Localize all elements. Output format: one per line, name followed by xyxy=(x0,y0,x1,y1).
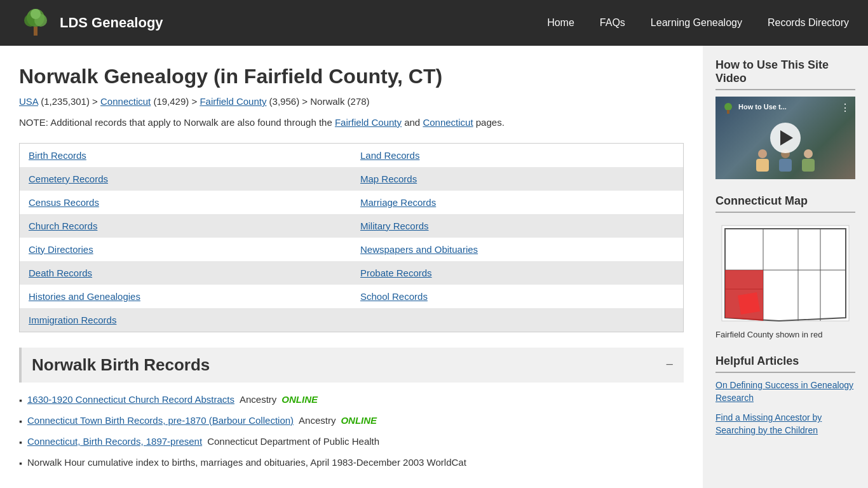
video-tree-icon xyxy=(721,102,736,117)
link-birth-records-1897[interactable]: Connecticut, Birth Records, 1897-present xyxy=(27,435,202,449)
link-church-abstracts[interactable]: 1630-1920 Connecticut Church Record Abst… xyxy=(27,393,234,407)
video-heading: How to Use This Site Video xyxy=(715,58,855,90)
map-section: Connecticut Map xyxy=(715,194,855,339)
map-container: Fairfield County shown in red xyxy=(715,219,855,339)
list-item: Norwalk Hour cumulative index to births,… xyxy=(19,456,684,470)
link-birth-records[interactable]: Birth Records xyxy=(29,150,86,161)
main-nav: Home FAQs Learning Genealogy Records Dir… xyxy=(547,17,849,29)
link-marriage-records[interactable]: Marriage Records xyxy=(360,197,436,208)
list-item: Connecticut, Birth Records, 1897-present… xyxy=(19,435,684,449)
breadcrumb-fairfield[interactable]: Fairfield County xyxy=(200,96,266,107)
link-census-records[interactable]: Census Records xyxy=(29,197,99,208)
page-title: Norwalk Genealogy (in Fairfield County, … xyxy=(19,65,684,88)
list-item: Connecticut Town Birth Records, pre-1870… xyxy=(19,414,684,428)
table-row: Immigration Records xyxy=(20,308,684,332)
connecticut-map-svg xyxy=(715,219,855,327)
svg-rect-10 xyxy=(779,159,792,172)
online-badge: ONLINE xyxy=(281,393,318,407)
link-church-records[interactable]: Church Records xyxy=(29,220,97,231)
logo-text: LDS Genealogy xyxy=(60,15,163,31)
link-city-directories[interactable]: City Directories xyxy=(29,244,93,255)
nav-records[interactable]: Records Directory xyxy=(768,17,849,29)
breadcrumb-connecticut[interactable]: Connecticut xyxy=(100,96,151,107)
birth-records-list: 1630-1920 Connecticut Church Record Abst… xyxy=(19,393,684,470)
table-row: City Directories Newspapers and Obituari… xyxy=(20,238,684,261)
articles-heading: Helpful Articles xyxy=(715,355,855,373)
play-triangle-icon xyxy=(780,130,793,146)
birth-records-heading: Norwalk Birth Records xyxy=(32,355,210,375)
note-link-connecticut[interactable]: Connecticut xyxy=(423,117,473,128)
site-header: LDS Genealogy Home FAQs Learning Genealo… xyxy=(0,0,868,46)
logo-area[interactable]: LDS Genealogy xyxy=(19,6,163,39)
table-row: Histories and Genealogies School Records xyxy=(20,285,684,308)
svg-rect-12 xyxy=(802,159,815,172)
map-caption: Fairfield County shown in red xyxy=(715,330,822,339)
collapse-button[interactable]: − xyxy=(666,356,674,373)
link-death-records[interactable]: Death Records xyxy=(29,268,92,278)
nav-learning[interactable]: Learning Genealogy xyxy=(651,17,742,29)
list-item: 1630-1920 Connecticut Church Record Abst… xyxy=(19,393,684,407)
nav-home[interactable]: Home xyxy=(547,17,574,29)
article-link-2[interactable]: Find a Missing Ancestor by Searching by … xyxy=(715,412,855,437)
video-section: How to Use This Site Video How to Use t.… xyxy=(715,58,855,179)
tree-icon xyxy=(19,6,52,39)
breadcrumb: USA (1,235,301) > Connecticut (19,429) >… xyxy=(19,96,684,107)
records-table: Birth Records Land Records Cemetery Reco… xyxy=(19,143,684,332)
main-content: Norwalk Genealogy (in Fairfield County, … xyxy=(0,46,703,488)
table-row: Census Records Marriage Records xyxy=(20,191,684,214)
svg-rect-6 xyxy=(727,110,729,114)
svg-rect-3 xyxy=(34,27,37,36)
svg-point-7 xyxy=(758,149,767,158)
link-barbour-collection[interactable]: Connecticut Town Birth Records, pre-1870… xyxy=(27,414,294,428)
table-row: Death Records Probate Records xyxy=(20,261,684,285)
svg-point-4 xyxy=(31,9,41,19)
person-icon xyxy=(799,147,818,173)
link-military-records[interactable]: Military Records xyxy=(360,220,429,231)
link-newspapers[interactable]: Newspapers and Obituaries xyxy=(360,244,478,255)
page-wrap: Norwalk Genealogy (in Fairfield County, … xyxy=(0,46,868,488)
table-row: Birth Records Land Records xyxy=(20,143,684,167)
link-map-records[interactable]: Map Records xyxy=(360,173,417,184)
link-school-records[interactable]: School Records xyxy=(360,291,428,302)
link-land-records[interactable]: Land Records xyxy=(360,150,419,161)
person-icon xyxy=(753,147,772,173)
link-cemetery-records[interactable]: Cemetery Records xyxy=(29,173,108,184)
more-options-icon[interactable]: ⋮ xyxy=(840,102,850,114)
map-heading: Connecticut Map xyxy=(715,194,855,213)
sidebar: How to Use This Site Video How to Use t.… xyxy=(703,46,868,488)
table-row: Cemetery Records Map Records xyxy=(20,167,684,191)
online-badge: ONLINE xyxy=(341,414,377,428)
link-immigration-records[interactable]: Immigration Records xyxy=(29,315,116,325)
link-probate-records[interactable]: Probate Records xyxy=(360,268,432,278)
link-histories[interactable]: Histories and Genealogies xyxy=(29,291,140,302)
birth-records-section-header: Norwalk Birth Records − xyxy=(19,348,684,383)
note-text: NOTE: Additional records that apply to N… xyxy=(19,116,684,130)
nav-faqs[interactable]: FAQs xyxy=(600,17,625,29)
svg-point-5 xyxy=(724,103,732,111)
breadcrumb-usa[interactable]: USA xyxy=(19,96,38,107)
helpful-articles-section: Helpful Articles On Defining Success in … xyxy=(715,355,855,437)
note-link-fairfield[interactable]: Fairfield County xyxy=(335,117,402,128)
svg-rect-8 xyxy=(756,159,769,172)
video-thumbnail[interactable]: How to Use t... ⋮ xyxy=(715,97,855,179)
play-button[interactable] xyxy=(770,123,801,153)
article-link-1[interactable]: On Defining Success in Genealogy Researc… xyxy=(715,379,855,404)
video-label: How to Use t... xyxy=(738,103,787,111)
svg-point-11 xyxy=(804,149,813,158)
svg-marker-21 xyxy=(738,292,760,315)
table-row: Church Records Military Records xyxy=(20,214,684,238)
